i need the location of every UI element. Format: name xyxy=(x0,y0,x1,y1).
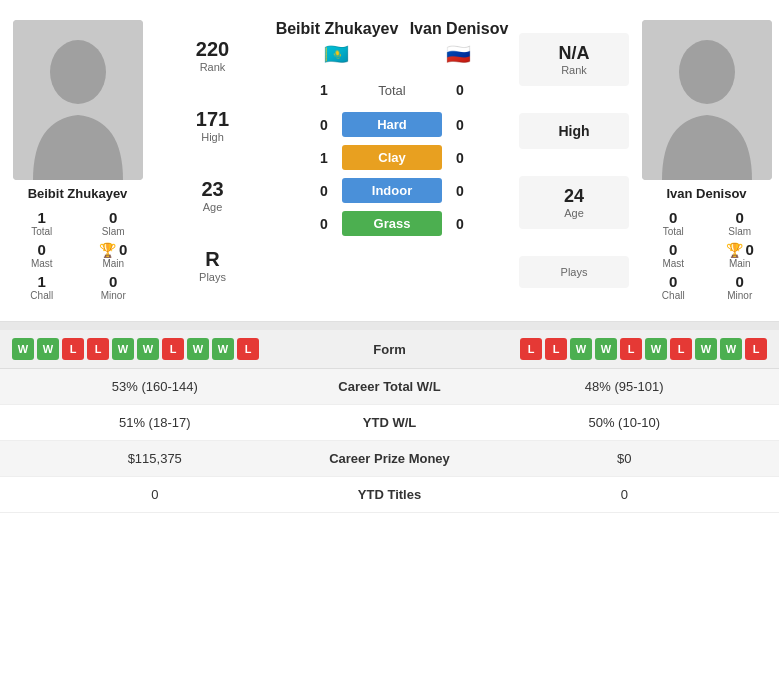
player2-minor-cell: 0 Minor xyxy=(711,273,770,301)
player2-form-badge: L xyxy=(520,338,542,360)
player2-age-value: 24 xyxy=(529,186,619,207)
form-label: Form xyxy=(330,342,450,357)
player1-photo-area: Beibit Zhukayev 1 Total 0 Slam 0 Mast 🏆 xyxy=(0,10,155,311)
player2-total-cell: 0 Total xyxy=(644,209,703,237)
ytd-titles-row: 0 YTD Titles 0 xyxy=(0,477,779,513)
player1-main-label: Main xyxy=(82,258,146,269)
form-section: WWLLWWLWWL Form LLWWLWLWWL xyxy=(0,330,779,369)
svg-point-3 xyxy=(679,40,735,104)
player1-age-block: 23 Age xyxy=(201,170,223,221)
clay-score-left: 1 xyxy=(314,150,334,166)
player1-trophy-icon: 🏆 xyxy=(99,242,116,258)
player1-form-badge: L xyxy=(62,338,84,360)
player1-form-badge: W xyxy=(37,338,59,360)
total-label: Total xyxy=(342,83,442,98)
svg-point-1 xyxy=(50,40,106,104)
player2-age-label: Age xyxy=(529,207,619,219)
player1-career-wl: 53% (160-144) xyxy=(20,379,290,394)
grass-score-right: 0 xyxy=(450,216,470,232)
player2-main-cell: 🏆 0 Main xyxy=(711,241,770,269)
player1-form-badge: L xyxy=(237,338,259,360)
player1-total-cell: 1 Total xyxy=(10,209,74,237)
player1-rank-block: 220 Rank xyxy=(196,30,229,81)
player1-slam-label: Slam xyxy=(82,226,146,237)
player2-ytd-titles: 0 xyxy=(490,487,760,502)
player2-name-center-area: Ivan Denisov 🇷🇺 xyxy=(410,20,509,66)
grass-row: 0 Grass 0 xyxy=(270,211,514,236)
player1-flag: 🇰🇿 xyxy=(276,42,399,66)
player2-total-value: 0 xyxy=(644,209,703,226)
player2-plays-box: Plays xyxy=(519,256,629,288)
divider xyxy=(0,322,779,330)
player2-trophy-icon: 🏆 xyxy=(726,242,743,258)
hard-score-right: 0 xyxy=(450,117,470,133)
player1-total-value: 1 xyxy=(10,209,74,226)
player2-form-badge: L xyxy=(620,338,642,360)
player1-form-badges: WWLLWWLWWL xyxy=(12,338,330,360)
player1-chall-value: 1 xyxy=(10,273,74,290)
player2-form-badge: W xyxy=(720,338,742,360)
indoor-button[interactable]: Indoor xyxy=(342,178,442,203)
player2-mast-value: 0 xyxy=(644,241,703,258)
player1-form-badge: W xyxy=(187,338,209,360)
player1-minor-label: Minor xyxy=(82,290,146,301)
player1-form-badge: L xyxy=(162,338,184,360)
player1-name-center: Beibit Zhukayev xyxy=(276,20,399,38)
player2-slam-label: Slam xyxy=(711,226,770,237)
player2-name-center: Ivan Denisov xyxy=(410,20,509,38)
indoor-score-left: 0 xyxy=(314,183,334,199)
player2-ytd-wl: 50% (10-10) xyxy=(490,415,760,430)
player1-rank-value: 220 xyxy=(196,38,229,61)
player1-name-label: Beibit Zhukayev xyxy=(28,186,128,201)
prize-row: $115,375 Career Prize Money $0 xyxy=(0,441,779,477)
player2-name-label: Ivan Denisov xyxy=(666,186,746,201)
player1-plays-block: R Plays xyxy=(199,240,226,291)
player1-mast-label: Mast xyxy=(10,258,74,269)
player2-chall-cell: 0 Chall xyxy=(644,273,703,301)
player1-main-cell: 🏆 0 Main xyxy=(82,241,146,269)
player2-form-badge: W xyxy=(695,338,717,360)
grass-score-left: 0 xyxy=(314,216,334,232)
ytd-titles-label: YTD Titles xyxy=(290,487,490,502)
player2-stats-grid: 0 Total 0 Slam 0 Mast 🏆 0 Main xyxy=(644,209,769,301)
grass-button[interactable]: Grass xyxy=(342,211,442,236)
player2-high-box: High xyxy=(519,113,629,149)
main-container: Beibit Zhukayev 1 Total 0 Slam 0 Mast 🏆 xyxy=(0,0,779,513)
player1-high-value: 171 xyxy=(196,108,229,131)
player1-minor-value: 0 xyxy=(82,273,146,290)
player1-age-value: 23 xyxy=(201,178,223,201)
player1-slam-cell: 0 Slam xyxy=(82,209,146,237)
player1-ytd-titles: 0 xyxy=(20,487,290,502)
player1-age-label: Age xyxy=(201,201,223,213)
player2-flag: 🇷🇺 xyxy=(410,42,509,66)
player2-form-badge: W xyxy=(595,338,617,360)
ytd-wl-row: 51% (18-17) YTD W/L 50% (10-10) xyxy=(0,405,779,441)
player1-form-badge: W xyxy=(112,338,134,360)
player2-rank-box: N/A Rank xyxy=(519,33,629,86)
career-wl-label: Career Total W/L xyxy=(290,379,490,394)
player2-minor-label: Minor xyxy=(711,290,770,301)
player1-avatar xyxy=(13,20,143,180)
player2-form-badge: W xyxy=(570,338,592,360)
player2-rank-label: Rank xyxy=(529,64,619,76)
clay-button[interactable]: Clay xyxy=(342,145,442,170)
hard-row: 0 Hard 0 xyxy=(270,112,514,137)
total-score-left: 1 xyxy=(314,82,334,98)
player2-mast-cell: 0 Mast xyxy=(644,241,703,269)
player1-mast-cell: 0 Mast xyxy=(10,241,74,269)
indoor-row: 0 Indoor 0 xyxy=(270,178,514,203)
player2-plays-label: Plays xyxy=(529,266,619,278)
player2-slam-value: 0 xyxy=(711,209,770,226)
player1-mast-value: 0 xyxy=(10,241,74,258)
player-names-row: Beibit Zhukayev 🇰🇿 Ivan Denisov 🇷🇺 xyxy=(270,20,514,66)
player1-chall-label: Chall xyxy=(10,290,74,301)
player1-form-badge: W xyxy=(212,338,234,360)
player2-minor-value: 0 xyxy=(711,273,770,290)
clay-row: 1 Clay 0 xyxy=(270,145,514,170)
player2-chall-label: Chall xyxy=(644,290,703,301)
player2-form-badge: L xyxy=(545,338,567,360)
player2-chall-value: 0 xyxy=(644,273,703,290)
hard-button[interactable]: Hard xyxy=(342,112,442,137)
total-row: 1 Total 0 xyxy=(270,82,514,98)
player2-form-badges: LLWWLWLWWL xyxy=(450,338,768,360)
